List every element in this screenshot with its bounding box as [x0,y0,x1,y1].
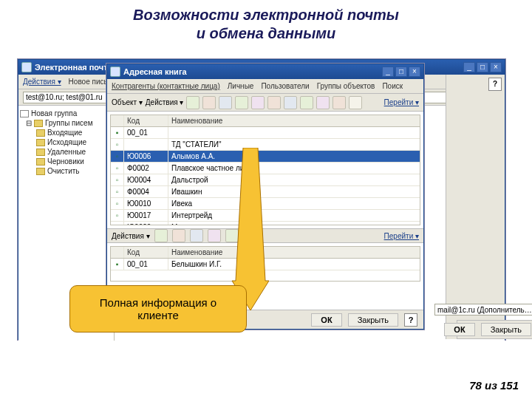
grid-row[interactable]: ▫ТД "СТАТЕЛИ" [111,139,420,151]
grid-row[interactable]: ▪00_01 [111,127,420,139]
tab-groups[interactable]: Группы объектов [317,82,375,90]
callout-text: Полная информация о клиенте [100,296,216,321]
tool-icon[interactable] [202,96,216,109]
close-button[interactable]: × [409,66,420,77]
tool-icon[interactable] [154,229,168,242]
tool-icon[interactable] [190,229,203,242]
cell-code: Ю0006 [124,151,168,162]
page-counter: 78 из 151 [469,379,519,392]
maximize-button[interactable]: □ [395,66,407,77]
cell-name: Интертрейд [168,210,420,221]
row-marker-icon: ▪ [111,259,124,270]
row-marker-icon: ▫ [111,174,124,185]
cell-name: Дальстрой [168,174,420,185]
slide-title-line1: Возможности электронной почты [0,6,532,24]
mail-field[interactable] [434,304,532,316]
grid-row[interactable]: ▫Ю0020Модель [111,222,420,225]
grid-row[interactable]: ▫Ю0004Дальстрой [111,174,420,186]
tree-folder[interactable]: Исходящие [20,137,112,147]
tab-contragents[interactable]: Контрагенты (контактные лица) [112,82,220,90]
col-code[interactable]: Код [124,115,168,126]
back-footer: ОК Закрыть [457,320,532,339]
stage: Электронная почта _ □ × Действия ▾ Новое… [18,59,514,355]
cell-code: Ю0010 [124,198,168,209]
toolbar-actions[interactable]: Действия ▾ [146,98,184,106]
sub-actions[interactable]: Действия ▾ [112,232,150,240]
tree-groups[interactable]: ⊟Группы писем [20,118,112,128]
cell-name: Белышкин И.Г. [168,259,420,270]
cell-code: 00_01 [124,259,168,270]
close-footer-button[interactable]: Закрыть [348,313,398,327]
grid-row[interactable]: ▫Ю0006Алымов А.А. [111,151,420,163]
cell-name [168,127,420,138]
cell-name: Ивашкин [168,186,420,197]
row-marker-icon: ▪ [111,127,124,138]
col-name[interactable]: Наименование [168,115,420,126]
minimize-button[interactable]: _ [463,62,475,72]
minimize-button[interactable]: _ [382,66,394,77]
callout-bubble: Полная информация о клиенте [69,285,247,332]
tool-icon[interactable] [251,96,265,109]
cell-name: Плавское частное лицо [168,163,420,174]
grid-header: Код Наименование [111,115,420,127]
tool-icon[interactable] [208,229,221,242]
grid-row[interactable]: ▫Ф0002Плавское частное лицо [111,163,420,174]
tree-folder[interactable]: Входящие [20,128,112,137]
close-button[interactable]: × [490,62,502,72]
addrbook-titlebar: Адресная книга _ □ × [107,64,423,79]
folder-icon [34,120,43,127]
tool-icon[interactable] [300,96,313,109]
grid-row[interactable]: ▫Ю0017Интертрейд [111,210,420,222]
grid-row[interactable]: ▫Ф0004Ивашкин [111,186,420,198]
folder-icon [36,139,45,146]
col-code[interactable]: Код [124,247,168,258]
tool-icon[interactable] [186,96,200,109]
actions-menu[interactable]: Действия ▾ [23,78,61,86]
tab-users[interactable]: Пользователи [261,82,309,90]
addrbook-toolbar: Объект ▾ Действия ▾ Перейти ▾ [107,94,423,112]
row-marker-icon: ▫ [111,210,124,221]
tree-folder[interactable]: Удаленные [20,147,112,157]
tool-icon[interactable] [267,96,281,109]
cell-code: Ю0020 [124,222,168,225]
close-button-back[interactable]: Закрыть [481,323,531,336]
tool-icon[interactable] [235,96,248,109]
sub-goto[interactable]: Перейти ▾ [384,232,419,240]
email-right-panel: ? [446,75,505,339]
tool-icon[interactable] [225,229,239,242]
mail-row-back [434,302,532,317]
grid-row[interactable]: ▫Ю0010Ивека [111,198,420,210]
row-marker-icon: ▫ [111,222,124,225]
cell-code: Ф0002 [124,163,168,174]
maximize-button[interactable]: □ [477,62,488,72]
sub-toolbar: Действия ▾ Перейти ▾ [107,228,423,243]
ok-button-back[interactable]: ОК [444,323,474,336]
toolbar-goto[interactable]: Перейти ▾ [384,98,419,106]
tree-root[interactable]: Новая группа [20,109,112,118]
row-marker-icon: ▫ [111,198,124,209]
help-button[interactable]: ? [488,78,502,91]
tool-icon[interactable] [316,96,330,109]
tool-icon[interactable] [349,96,362,109]
tree-folder[interactable]: Черновики [20,157,112,166]
col-name[interactable]: Наименование [168,247,420,258]
grid2-row[interactable]: ▪ 00_01 Белышкин И.Г. [111,259,420,270]
help-button[interactable]: ? [404,313,417,327]
tool-icon[interactable] [284,96,297,109]
tool-icon[interactable] [219,96,232,109]
tab-personal[interactable]: Личные [228,82,254,90]
folder-icon [20,110,29,117]
cell-code: Ю0017 [124,210,168,221]
tab-search[interactable]: Поиск [382,82,403,90]
ok-button[interactable]: ОК [311,313,341,327]
tool-icon[interactable] [243,229,256,242]
tree-folder[interactable]: Очистить [20,166,112,176]
folder-icon [36,158,45,166]
cell-code [124,139,168,150]
slide-title: Возможности электронной почты и обмена д… [0,0,532,53]
tool-icon[interactable] [172,229,185,242]
detail-grid: Код Наименование ▪ 00_01 Белышкин И.Г. [110,246,420,282]
toolbar-object[interactable]: Объект ▾ [112,98,143,106]
tool-icon[interactable] [332,96,346,109]
row-marker-icon: ▫ [111,151,124,162]
